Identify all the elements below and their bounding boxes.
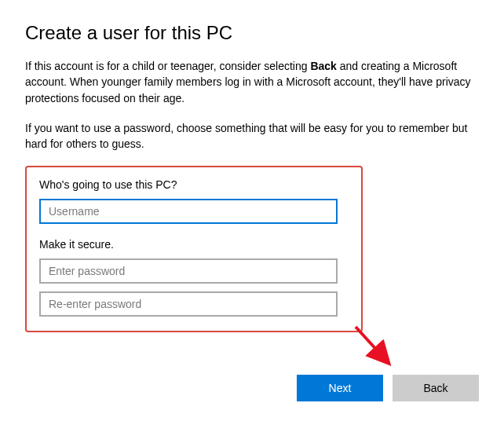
next-button[interactable]: Next bbox=[297, 375, 383, 401]
intro-text-1: If this account is for a child or teenag… bbox=[25, 60, 310, 72]
password-hint: If you want to use a password, choose so… bbox=[25, 120, 479, 152]
intro-bold-back: Back bbox=[310, 60, 336, 72]
password-input[interactable] bbox=[39, 258, 338, 284]
back-button[interactable]: Back bbox=[393, 375, 479, 401]
intro-paragraph: If this account is for a child or teenag… bbox=[25, 58, 479, 106]
button-row: Next Back bbox=[297, 375, 479, 401]
secure-label: Make it secure. bbox=[39, 238, 349, 251]
who-label: Who's going to use this PC? bbox=[39, 178, 349, 191]
password-confirm-input[interactable] bbox=[39, 291, 338, 317]
username-input[interactable] bbox=[39, 199, 338, 224]
form-highlight-box: Who's going to use this PC? Make it secu… bbox=[25, 166, 363, 332]
page-title: Create a user for this PC bbox=[25, 22, 479, 44]
